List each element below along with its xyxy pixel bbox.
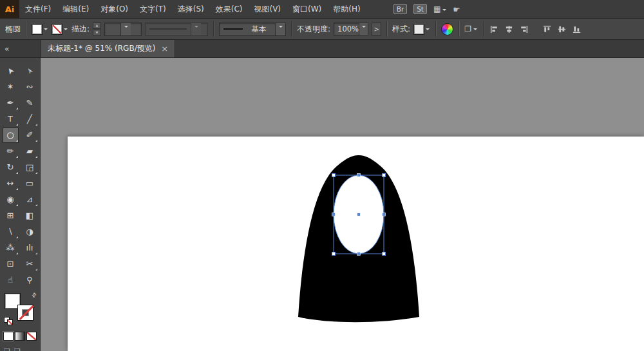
color-button[interactable] [3,332,14,341]
collapse-panel-icon[interactable]: « [5,44,9,53]
none-slash-icon [19,305,34,320]
column-graph-tool[interactable]: ılı [22,240,38,256]
artboard-tool-icon: ⊡ [3,256,19,272]
stroke-weight-select[interactable] [104,23,142,36]
type-tool[interactable]: T [3,111,19,127]
menu-item-edit[interactable]: 编辑(E) [57,0,95,18]
pencil-tool[interactable]: ✏ [3,144,19,159]
curvature-tool[interactable]: ✎ [22,95,38,111]
eraser-tool[interactable]: ▰ [22,144,38,159]
pointer-hand-icon[interactable]: ☛ [453,5,460,14]
menu-item-select[interactable]: 选择(S) [172,0,210,18]
document-options[interactable]: ❐ [464,24,478,33]
fill-swatch[interactable] [32,24,43,35]
selection-handle-ne[interactable] [383,174,386,177]
pen-tool[interactable]: ✒ [3,95,19,111]
style-swatch[interactable] [413,24,424,35]
selection-anchor-right[interactable] [383,213,386,216]
selection-handle-nw[interactable] [332,174,336,177]
slice-tool[interactable]: ✂ [22,256,38,272]
brush-stroke-preview [223,28,243,30]
workspace-switcher[interactable]: ▦ [433,5,446,14]
menu-item-type[interactable]: 文字(T) [134,0,172,18]
rotate-tool[interactable]: ↻ [3,160,19,175]
artboard[interactable] [68,137,644,351]
draw-mode-icon[interactable]: ❏ [4,347,10,351]
magic-wand-tool[interactable]: ✶ [3,79,19,95]
stroke-weight-stepper[interactable]: ▲ ▼ [93,23,101,36]
app-bar-right: Br St ▦ ☛ [393,4,460,14]
menu-item-effect[interactable]: 效果(C) [210,0,249,18]
selection-handle-sw[interactable] [332,252,336,256]
align-vertical-center-button[interactable] [556,23,568,35]
perspective-grid-tool[interactable]: ⊿ [22,192,38,207]
ellipse-tool[interactable]: ○ [3,128,19,143]
selection-handle-se[interactable] [383,252,386,256]
eyedropper-tool[interactable]: ∖ [3,224,19,240]
opacity-panel-button[interactable]: > [372,23,381,36]
lasso-tool[interactable]: ∾ [22,79,38,95]
width-tool[interactable]: ↔ [3,176,19,191]
default-fill-stroke-icon[interactable] [4,317,13,325]
selection-tool[interactable]: ➤ [3,63,19,79]
align-horizontal-left-button[interactable] [489,23,500,35]
menu-item-file[interactable]: 文件(F) [19,0,57,18]
align-horizontal-center-button[interactable] [504,23,515,35]
scale-tool[interactable]: ◲ [22,160,38,175]
mesh-tool[interactable]: ⊞ [3,208,19,223]
eraser-tool-icon: ▰ [22,144,38,159]
canvas[interactable] [41,58,644,351]
close-tab-icon[interactable]: × [161,44,168,53]
menu-item-object[interactable]: 对象(O) [95,0,134,18]
menu-item-window[interactable]: 窗口(W) [287,0,327,18]
dropdown-caret-icon [44,28,48,32]
perspective-grid-tool-icon: ⊿ [22,192,38,207]
menu-item-help[interactable]: 帮助(H) [327,0,366,18]
selection-anchor-bottom[interactable] [357,252,361,256]
style-select[interactable] [413,24,430,35]
gradient-button[interactable] [15,332,25,341]
stepper-down-icon[interactable]: ▼ [93,30,101,36]
dropdown-caret-icon[interactable] [359,23,368,35]
width-profile-select[interactable] [145,23,208,36]
screen-mode-icon[interactable]: ❏ [14,347,21,351]
align-vertical-bottom-button[interactable] [571,23,583,35]
panel-bottom-strip: ❏ ❏ [0,341,40,351]
swap-fill-stroke-icon[interactable]: ⇄ [30,291,38,299]
align-vertical-top-button[interactable] [542,23,553,35]
document-tab[interactable]: 未标题-1* @ 51% (RGB/预览) × [41,40,175,57]
free-transform-tool[interactable]: ▭ [22,176,38,191]
stock-button[interactable]: St [413,4,427,14]
align-horizontal-center-icon [505,25,513,33]
blend-tool[interactable]: ◑ [22,224,38,240]
opacity-select[interactable]: 100% [334,23,368,36]
stroke-none-swatch[interactable] [52,24,62,35]
stepper-up-icon[interactable]: ▲ [93,23,101,29]
dropdown-caret-icon[interactable] [275,23,285,35]
dropdown-caret-icon[interactable] [120,23,131,35]
stroke-color-control[interactable] [52,24,68,35]
paintbrush-tool[interactable]: ✐ [22,128,38,143]
gradient-tool[interactable]: ◧ [22,208,38,223]
selection-anchor-top[interactable] [357,174,361,177]
line-segment-tool[interactable]: ╱ [22,111,38,127]
menu-item-view[interactable]: 视图(V) [248,0,287,18]
zoom-tool[interactable]: ⚲ [22,272,38,288]
artboard-tool[interactable]: ⊡ [3,256,19,272]
align-horizontal-right-button[interactable] [518,23,530,35]
direct-selection-tool[interactable]: ➢ [22,63,38,79]
recolor-artwork-icon[interactable] [441,23,453,35]
hand-tool[interactable]: ☝ [3,272,19,288]
bridge-button[interactable]: Br [393,4,408,14]
color-mode-buttons [0,332,40,341]
tools-panel-header: « [0,40,41,57]
stroke-color-swatch[interactable] [17,305,33,321]
none-button[interactable] [26,332,37,341]
brush-definition-select[interactable]: 基本 [219,23,286,36]
selection-anchor-left[interactable] [332,213,336,216]
fill-color-control[interactable] [32,24,48,35]
shape-builder-tool[interactable]: ◉ [3,192,19,207]
dropdown-caret-icon[interactable] [191,23,201,35]
selection-center-point[interactable] [357,213,361,216]
symbol-sprayer-tool[interactable]: ⁂ [3,240,19,256]
